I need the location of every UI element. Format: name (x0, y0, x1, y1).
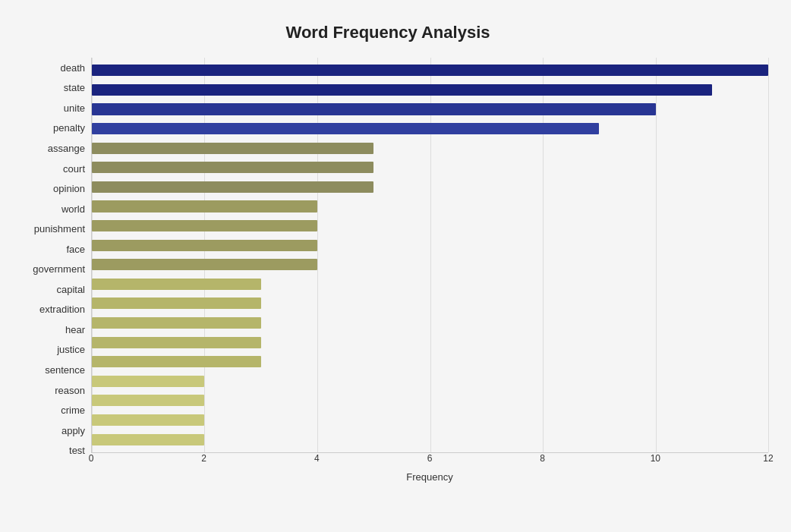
y-axis-label: punishment (34, 224, 85, 234)
y-axis-label: world (61, 204, 85, 214)
bar (92, 240, 317, 251)
x-ticks: 024681012 (91, 453, 768, 468)
y-axis-label: government (33, 264, 85, 274)
y-axis-label: extradition (39, 304, 85, 314)
bar-row (92, 255, 768, 275)
bar-row (92, 178, 768, 197)
bar (92, 259, 317, 270)
bar-row (92, 216, 768, 236)
bar-row (92, 313, 768, 333)
bar-row (92, 430, 768, 449)
y-axis: deathstateunitepenaltyassangecourtopinio… (8, 58, 91, 483)
x-tick: 2 (201, 453, 206, 464)
bar (92, 143, 373, 154)
bar (92, 220, 317, 231)
bar-row (92, 275, 768, 294)
y-axis-label: justice (57, 345, 85, 354)
y-axis-label: sentence (45, 365, 85, 375)
bars-and-x: 024681012 Frequency (91, 58, 768, 483)
y-axis-label: capital (56, 285, 85, 294)
bar-row (92, 294, 768, 313)
bar (92, 395, 204, 406)
x-tick: 6 (427, 453, 433, 464)
bar-row (92, 197, 768, 216)
x-axis: 024681012 Frequency (91, 453, 768, 483)
bar-row (92, 235, 768, 255)
y-axis-label: court (63, 164, 85, 174)
y-axis-label: test (69, 445, 85, 455)
chart-title: Word Frequency Analysis (8, 15, 768, 42)
chart-area: deathstateunitepenaltyassangecourtopinio… (8, 58, 768, 483)
bars-area (91, 58, 768, 453)
y-axis-label: hear (65, 325, 85, 335)
bar (92, 181, 373, 193)
bar-row (92, 352, 768, 372)
x-axis-label: Frequency (91, 471, 768, 483)
chart-container: Word Frequency Analysis deathstateunitep… (0, 0, 791, 532)
bar-row (92, 391, 768, 411)
bar (92, 317, 261, 329)
y-axis-label: state (64, 83, 85, 93)
bar-row (92, 138, 768, 158)
x-tick: 8 (540, 453, 545, 464)
bar (92, 279, 261, 290)
x-tick: 4 (314, 453, 320, 464)
y-axis-label: crime (61, 405, 85, 415)
y-axis-label: apply (61, 426, 85, 436)
bar-row (92, 99, 768, 119)
bar-row (92, 332, 768, 352)
x-tick: 10 (651, 453, 660, 464)
y-axis-label: opinion (53, 184, 85, 194)
bar (92, 123, 599, 134)
bar (92, 162, 373, 173)
y-axis-label: face (66, 244, 85, 254)
y-axis-label: reason (55, 386, 85, 395)
bar-row (92, 80, 768, 100)
bar (92, 414, 204, 426)
y-axis-label: death (60, 63, 85, 73)
bar (92, 337, 261, 348)
y-axis-label: assange (48, 143, 85, 153)
bar (92, 376, 204, 387)
bar-row (92, 372, 768, 392)
y-axis-label: penalty (53, 123, 85, 133)
bar (92, 103, 656, 115)
bar (92, 65, 768, 76)
bar-row (92, 61, 768, 80)
y-axis-label: unite (64, 103, 85, 113)
bar (92, 200, 317, 212)
grid-line (768, 58, 769, 452)
bar (92, 356, 261, 367)
x-tick: 12 (763, 453, 773, 464)
bar (92, 297, 261, 309)
bar-row (92, 411, 768, 430)
x-tick: 0 (89, 453, 94, 464)
bar (92, 434, 204, 445)
bar (92, 84, 712, 96)
bar-row (92, 119, 768, 139)
bars-rows (92, 58, 768, 452)
bar-row (92, 158, 768, 178)
